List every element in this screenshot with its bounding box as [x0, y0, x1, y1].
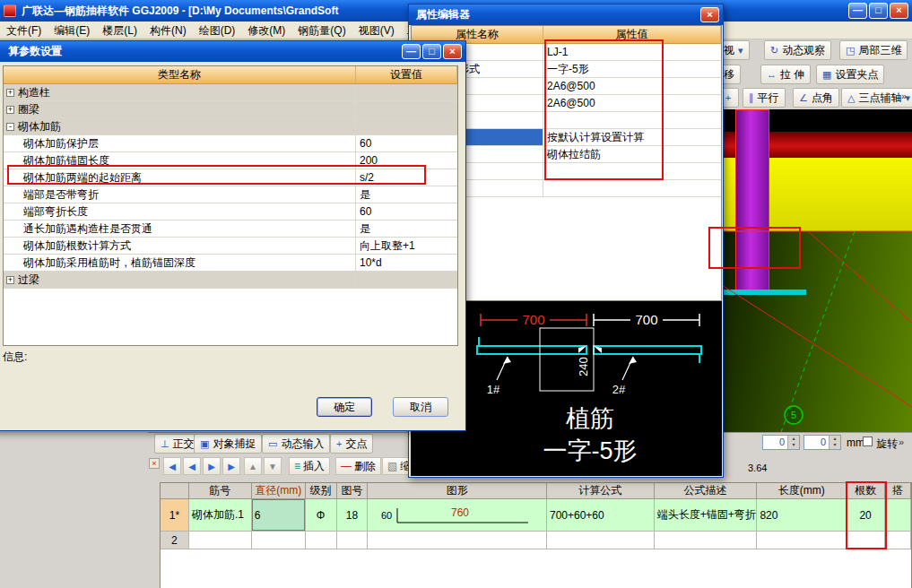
calc-row-highlighted[interactable]: 砌体加筋两端的起始距离 s/2 — [4, 169, 457, 186]
orbit-button[interactable]: ↻ 动态观察 — [764, 40, 831, 60]
calc-row[interactable]: 砌体加筋根数计算方式 向上取整+1 — [4, 238, 457, 255]
col-header[interactable]: 图形 — [368, 483, 547, 499]
menu-component[interactable]: 构件(N) — [143, 22, 193, 39]
calc-row[interactable]: 砌体加筋采用植筋时，植筋锚固深度 10*d — [4, 255, 457, 272]
col-header[interactable]: 长度(mm) — [757, 483, 847, 499]
close-button[interactable]: × — [700, 7, 719, 22]
grip-settings-button[interactable]: ▦ 设置夹点 — [816, 65, 884, 84]
expand-icon[interactable]: + — [6, 106, 14, 114]
row-down-icon[interactable]: ▼ — [264, 457, 282, 475]
menu-floor[interactable]: 楼层(L) — [96, 22, 143, 39]
empty-cell[interactable] — [189, 532, 252, 549]
calc-row-category[interactable]: +圈梁 — [4, 101, 457, 118]
table-row[interactable]: 2 — [161, 532, 911, 549]
y-offset-spinner[interactable]: 0 ▴▾ — [803, 435, 841, 450]
calc-row[interactable]: 端部是否带弯折 是 — [4, 186, 457, 203]
col-header[interactable]: 计算公式 — [547, 483, 655, 499]
point-angle-button[interactable]: ∠ 点角 — [793, 88, 839, 108]
spinner-arrows-icon[interactable]: ▴▾ — [829, 436, 840, 449]
rotate-checkbox[interactable] — [863, 437, 873, 446]
intersection-snap-toggle[interactable]: + 交点 — [330, 434, 373, 454]
toolbar-overflow-icon[interactable]: » — [901, 91, 907, 101]
cell-lap[interactable] — [885, 499, 911, 532]
toolbar-overflow-icon[interactable]: » — [899, 437, 904, 447]
menu-rebar[interactable]: 钢筋量(Q) — [291, 22, 352, 39]
menu-view[interactable]: 视图(V) — [352, 22, 401, 39]
calc-params-dialog[interactable]: 算参数设置 — □ × 类型名称 设置值 +构造柱 +圈梁 -砌体加筋 砌体加筋… — [0, 40, 466, 431]
spinner-arrows-icon[interactable]: ▴▾ — [787, 436, 799, 449]
calc-row-category[interactable]: +构造柱 — [4, 84, 457, 101]
parallel-axis-button[interactable]: ∥ 平行 — [743, 88, 786, 108]
menu-edit[interactable]: 编辑(E) — [48, 22, 96, 39]
col-header[interactable]: 级别 — [306, 483, 337, 499]
rebar-table[interactable]: 筋号 直径(mm) 级别 图号 图形 计算公式 公式描述 长度(mm) 根数 搭… — [160, 482, 912, 588]
insert-row-button[interactable]: ≡ 插入 — [289, 457, 330, 475]
table-row[interactable]: 1* 砌体加筋.1 6 Φ 18 60 760 700+60+60 端头长度+锚… — [161, 499, 911, 532]
cell-formula[interactable]: 700+60+60 — [547, 499, 655, 532]
maximize-button[interactable]: □ — [422, 44, 441, 59]
empty-cell[interactable] — [847, 532, 885, 549]
row-number[interactable]: 2 — [161, 532, 189, 549]
minimize-button[interactable]: — — [848, 3, 867, 19]
empty-cell[interactable] — [547, 532, 655, 549]
nav-last-icon[interactable]: ▶ — [222, 457, 240, 475]
3d-vi­ewport[interactable]: 5 — [722, 109, 912, 432]
empty-cell[interactable] — [757, 532, 847, 549]
calc-row-category[interactable]: -砌体加筋 — [4, 118, 457, 135]
col-header[interactable]: 图号 — [337, 483, 369, 499]
calc-row-category[interactable]: +过梁 — [4, 272, 457, 289]
cell-figure-no[interactable]: 18 — [337, 499, 369, 532]
dynamic-input-toggle[interactable]: ▭ 动态输入 — [262, 434, 330, 454]
rebar-shape-drawing: 60 760 — [370, 500, 541, 531]
cell-length[interactable]: 820 — [757, 499, 847, 532]
close-button[interactable]: × — [443, 44, 462, 59]
empty-cell[interactable] — [252, 532, 306, 549]
3d-axis-overlay: 5 — [722, 109, 912, 432]
row-up-icon[interactable]: ▲ — [244, 457, 262, 475]
stretch-button[interactable]: ↔ 拉 伸 — [760, 65, 811, 84]
delete-row-button[interactable]: — 删除 — [335, 457, 381, 475]
expand-icon[interactable]: + — [6, 89, 14, 97]
col-header[interactable]: 公式描述 — [655, 483, 758, 499]
calc-row[interactable]: 砌体加筋锚固长度 200 — [4, 152, 457, 169]
cell-count[interactable]: 20 — [847, 499, 885, 532]
row-number[interactable]: 1* — [161, 499, 189, 532]
nav-next-icon[interactable]: ▶ — [203, 457, 221, 475]
calc-dialog-title-bar[interactable]: 算参数设置 — □ × — [0, 41, 465, 62]
panel-close-icon[interactable]: × — [149, 458, 160, 469]
menu-draw[interactable]: 绘图(D) — [193, 22, 242, 39]
empty-cell[interactable] — [885, 532, 911, 549]
col-header[interactable]: 筋号 — [189, 483, 252, 499]
property-editor-title-bar[interactable]: 属性编辑器 × — [409, 4, 723, 25]
cell-rebar-name[interactable]: 砌体加筋.1 — [189, 499, 252, 532]
close-button[interactable]: × — [890, 3, 908, 19]
cancel-button[interactable]: 取消 — [393, 397, 448, 417]
menu-file[interactable]: 文件(F) — [0, 22, 48, 39]
empty-cell[interactable] — [655, 532, 758, 549]
minimize-button[interactable]: — — [402, 44, 421, 59]
calc-row[interactable]: 通长加筋遇构造柱是否贯通 是 — [4, 220, 457, 238]
cell-diameter[interactable]: 6 — [252, 499, 306, 532]
calc-params-grid[interactable]: 类型名称 设置值 +构造柱 +圈梁 -砌体加筋 砌体加筋保护层 60 砌体加筋锚… — [3, 65, 458, 346]
empty-cell[interactable] — [306, 532, 337, 549]
expand-icon[interactable]: + — [6, 276, 14, 284]
calc-row[interactable]: 端部弯折长度 60 — [4, 203, 457, 220]
col-header-diameter[interactable]: 直径(mm) — [252, 483, 306, 499]
empty-cell[interactable] — [337, 532, 369, 549]
x-offset-spinner[interactable]: 0 ▴▾ — [762, 435, 800, 450]
cell-shape[interactable]: 60 760 — [368, 499, 547, 532]
col-header-count[interactable]: 根数 — [847, 483, 885, 499]
local-3d-button[interactable]: ◳ 局部三维 — [839, 40, 908, 60]
nav-prev-icon[interactable]: ◀ — [183, 457, 201, 475]
menu-modify[interactable]: 修改(M) — [241, 22, 291, 39]
calc-row[interactable]: 砌体加筋保护层 60 — [4, 135, 457, 152]
cell-formula-desc[interactable]: 端头长度+锚固+弯折 — [655, 499, 758, 532]
col-header[interactable]: 搭 — [885, 483, 911, 499]
cell-level[interactable]: Φ — [306, 499, 337, 532]
osnap-toggle[interactable]: ▣ 对象捕捉 — [194, 434, 262, 454]
ok-button[interactable]: 确定 — [317, 397, 372, 417]
collapse-icon[interactable]: - — [6, 123, 14, 131]
maximize-button[interactable]: □ — [869, 3, 888, 19]
nav-first-icon[interactable]: ◀ — [163, 457, 181, 475]
empty-cell[interactable] — [368, 532, 547, 549]
